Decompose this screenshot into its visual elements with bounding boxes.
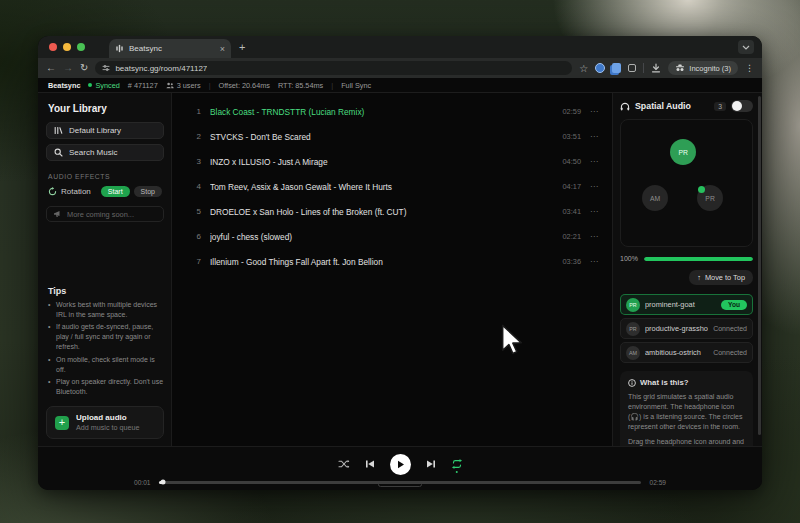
shuffle-button[interactable]: [338, 459, 350, 469]
incognito-badge[interactable]: Incognito (3): [668, 61, 738, 75]
user-row[interactable]: PR prominent-goat You: [620, 294, 753, 315]
track-row[interactable]: 2 STVCKS - Don't Be Scared 03:51 ⋯: [172, 124, 612, 149]
download-icon[interactable]: [651, 63, 661, 73]
track-row[interactable]: 1 Black Coast - TRNDSTTR (Lucian Remix) …: [172, 99, 612, 124]
incognito-label: Incognito (3): [689, 64, 731, 73]
upload-subtitle: Add music to queue: [76, 423, 140, 432]
upload-plus-icon: +: [55, 416, 69, 430]
url-bar[interactable]: beatsync.gg/room/471127: [95, 61, 572, 75]
tips-title: Tips: [48, 286, 164, 296]
tab-search-chevron-icon[interactable]: [738, 40, 754, 54]
url-text: beatsync.gg/room/471127: [115, 64, 207, 73]
track-menu-icon[interactable]: ⋯: [590, 232, 599, 241]
extensions-puzzle-icon[interactable]: [628, 64, 636, 72]
volume-percent: 100%: [620, 255, 638, 262]
track-row[interactable]: 7 Illenium - Good Things Fall Apart ft. …: [172, 249, 612, 274]
user-status-badge: Connected: [713, 325, 747, 332]
track-number: 6: [192, 232, 201, 241]
user-status-badge: You: [721, 300, 747, 310]
track-duration: 02:21: [563, 232, 582, 241]
track-duration: 03:51: [563, 132, 582, 141]
upload-title: Upload audio: [76, 413, 140, 422]
track-row[interactable]: 4 Tom Reev, Assix & Jason Gewalt - Where…: [172, 174, 612, 199]
new-tab-button[interactable]: +: [239, 41, 245, 53]
track-duration: 04:17: [563, 182, 582, 191]
user-list: PR prominent-goat You PR productive-gras…: [620, 294, 753, 363]
extension-icon[interactable]: [612, 63, 621, 73]
users-icon: [166, 82, 174, 89]
track-row[interactable]: 6 joyful - chess (slowed) 02:21 ⋯: [172, 224, 612, 249]
tip-item: Works best with multiple devices IRL in …: [48, 300, 164, 320]
spatial-volume-row: 100%: [620, 255, 753, 262]
minimize-window-button[interactable]: [63, 43, 71, 51]
track-menu-icon[interactable]: ⋯: [590, 107, 599, 116]
avatar: AM: [626, 346, 640, 360]
library-title: Your Library: [48, 103, 164, 114]
move-to-top-button[interactable]: ↑ Move to Top: [689, 270, 753, 285]
track-number: 5: [192, 207, 201, 216]
current-time: 00:01: [134, 479, 151, 486]
user-row[interactable]: PR productive-grassho... Connected: [620, 318, 753, 339]
track-row[interactable]: 5 DROELOE x San Holo - Lines of the Brok…: [172, 199, 612, 224]
mouse-cursor: [501, 324, 527, 358]
spatial-volume-bar[interactable]: [644, 257, 753, 261]
forward-icon[interactable]: →: [63, 63, 73, 73]
search-music-button[interactable]: Search Music: [46, 144, 164, 161]
total-time: 02:59: [649, 479, 666, 486]
rotation-stop-button[interactable]: Stop: [134, 186, 162, 197]
track-menu-icon[interactable]: ⋯: [590, 132, 599, 141]
extension-icon[interactable]: [595, 63, 605, 73]
default-library-button[interactable]: Default Library: [46, 122, 164, 139]
headphones-icon: [620, 102, 630, 111]
reload-icon[interactable]: ↻: [80, 63, 88, 73]
track-number: 3: [192, 157, 201, 166]
scrollbar[interactable]: [758, 96, 761, 435]
close-window-button[interactable]: [49, 43, 57, 51]
maximize-window-button[interactable]: [77, 43, 85, 51]
next-track-button[interactable]: [426, 459, 436, 469]
info-title: What is this?: [640, 378, 689, 387]
device-node[interactable]: PR: [697, 185, 723, 211]
track-duration: 04:50: [563, 157, 582, 166]
spatial-grid[interactable]: PR AM PR: [620, 119, 753, 247]
tip-item: Play on speaker directly. Don't use Blue…: [48, 377, 164, 397]
site-settings-icon[interactable]: [102, 64, 110, 72]
track-duration: 02:59: [563, 107, 582, 116]
favicon: [115, 44, 124, 53]
window-controls: [49, 43, 85, 51]
bookmark-star-icon[interactable]: ☆: [579, 63, 588, 74]
track-title: Tom Reev, Assix & Jason Gewalt - Where I…: [210, 182, 554, 192]
back-icon[interactable]: ←: [46, 63, 56, 73]
track-menu-icon[interactable]: ⋯: [590, 182, 599, 191]
tip-item: If audio gets de-synced, pause, play / f…: [48, 322, 164, 351]
user-name: productive-grassho...: [645, 324, 708, 333]
previous-track-button[interactable]: [365, 459, 375, 469]
toggle-knob: [732, 101, 742, 111]
spatial-audio-header: Spatial Audio 3: [620, 100, 753, 112]
full-sync-button[interactable]: Full Sync: [341, 81, 371, 90]
track-menu-icon[interactable]: ⋯: [590, 207, 599, 216]
app-brand: Beatsync: [48, 81, 80, 90]
upload-audio-button[interactable]: + Upload audio Add music to queue: [46, 406, 164, 439]
track-menu-icon[interactable]: ⋯: [590, 157, 599, 166]
track-menu-icon[interactable]: ⋯: [590, 257, 599, 266]
play-icon: [396, 460, 405, 469]
seek-thumb[interactable]: [161, 480, 166, 485]
play-button[interactable]: [390, 454, 411, 475]
device-node[interactable]: AM: [642, 185, 668, 211]
user-row[interactable]: AM ambitious-ostrich Connected: [620, 342, 753, 363]
repeat-button[interactable]: [451, 459, 463, 469]
device-node[interactable]: PR: [670, 139, 696, 165]
listening-dot-icon: [698, 186, 705, 193]
player-drag-handle[interactable]: [378, 482, 422, 487]
track-row[interactable]: 3 INZO x ILLUSIO - Just A Mirage 04:50 ⋯: [172, 149, 612, 174]
offset-value: Offset: 20.64ms: [219, 81, 270, 90]
tip-item: On mobile, check silent mode is off.: [48, 355, 164, 375]
tab-close-icon[interactable]: ×: [220, 45, 225, 53]
browser-tab[interactable]: Beatsync ×: [109, 39, 231, 58]
browser-menu-icon[interactable]: ⋮: [745, 63, 754, 73]
tab-title: Beatsync: [129, 44, 215, 53]
status-divider: |: [209, 81, 211, 90]
spatial-audio-toggle[interactable]: [731, 100, 753, 112]
rotation-start-button[interactable]: Start: [101, 186, 130, 197]
